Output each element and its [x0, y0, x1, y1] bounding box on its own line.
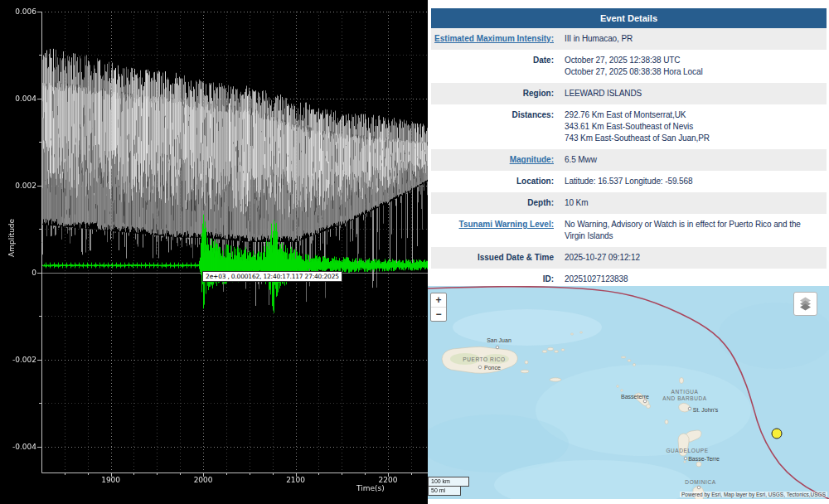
map-label-antigua-2: AND BARBUDA [662, 395, 707, 401]
x-axis-title: Time(s) [356, 484, 385, 492]
event-field-values: 292.76 Km East of Montserrat,UK343.61 Km… [565, 109, 710, 144]
event-field-values: 20251027123838 [565, 274, 628, 285]
city-marker-basseterre [643, 400, 647, 403]
map-canvas[interactable]: San Juan PUERTO RICO Ponce Basseterre AN… [428, 286, 829, 499]
event-field-label: Location: [431, 176, 565, 187]
event-field-value-line: 2025-10-27 09:12:12 [565, 252, 640, 264]
y-tick-label: 0.006 [2, 7, 36, 16]
island-saba [617, 385, 619, 388]
event-field-label: ID: [431, 274, 565, 285]
event-field-value-line: October 27, 2025 08:38:38 Hora Local [565, 66, 703, 78]
map-scale-bar: 100 km 50 mi [428, 477, 469, 496]
map-attribution: Powered by Esri, Map layer by Esri, USGS… [680, 492, 827, 497]
event-details-title: Event Details [431, 8, 827, 28]
map-label-antigua-1: ANTIGUA [671, 389, 698, 395]
seismogram-plot[interactable] [0, 0, 428, 504]
event-field-values: III in Humacao, PR [565, 33, 633, 45]
city-marker-basse-terre [684, 457, 687, 460]
event-detail-row: Tsunami Warning Level:No Warning, Adviso… [431, 214, 827, 247]
event-detail-row: Depth:10 Km [431, 192, 827, 214]
y-tick-label: 0.002 [2, 182, 36, 190]
city-marker-ponce [478, 366, 482, 369]
event-details-panel: Event Details Estimated Maximum Intensit… [431, 8, 827, 290]
event-field-values: 6.5 Mww [565, 154, 597, 166]
city-marker-st-johns [688, 407, 691, 410]
island-st-eustatius [621, 390, 623, 392]
map-label-san-juan: San Juan [487, 337, 511, 343]
event-detail-row: Date:October 27, 2025 12:38:38 UTCOctobe… [431, 50, 827, 83]
event-field-label: Region: [431, 88, 565, 99]
event-field-value-line: LEEWARD ISLANDS [565, 88, 642, 99]
event-field-values: October 27, 2025 12:38:38 UTCOctober 27,… [565, 55, 703, 78]
scale-km-label: 100 km [428, 477, 469, 487]
zoom-in-button[interactable]: + [431, 293, 446, 307]
map-zoom-control: + − [430, 293, 447, 322]
event-field-label: Distances: [431, 109, 565, 121]
event-field-value-line: 743 Km East-Southeast of San Juan,PR [565, 133, 710, 144]
event-detail-row: Magnitude:6.5 Mww [431, 149, 827, 171]
x-tick-label: 2000 [194, 476, 213, 484]
zoom-out-button[interactable]: − [431, 307, 446, 321]
event-field-value-line: 6.5 Mww [565, 154, 597, 166]
island-montserrat [665, 420, 668, 424]
y-tick-label: 0 [2, 269, 36, 277]
island-virgin-2 [548, 347, 554, 351]
seismogram-panel: Amplitude Time(s) 0.0060.0040.0020-0.002… [0, 0, 428, 504]
island-speck [580, 332, 583, 333]
event-field-values: Latitude: 16.537 Longitude: -59.568 [565, 176, 692, 187]
y-tick-label: -0.002 [2, 356, 36, 364]
epicenter-marker[interactable] [772, 429, 782, 439]
map-label-basse-terre: Basse-Terre [688, 456, 720, 462]
event-field-values: 10 Km [565, 197, 588, 209]
event-field-values: 2025-10-27 09:12:12 [565, 252, 640, 264]
event-field-values: LEEWARD ISLANDS [565, 88, 642, 99]
y-tick-label: 0.004 [2, 94, 36, 103]
event-field-label: Depth: [431, 197, 565, 209]
map-label-basseterre: Basseterre [621, 394, 649, 400]
event-field-label: Issued Date & Time [431, 252, 565, 264]
event-field-value-line: III in Humacao, PR [565, 33, 633, 45]
map-panel[interactable]: San Juan PUERTO RICO Ponce Basseterre AN… [428, 286, 829, 499]
island-speck [571, 333, 574, 335]
water-shade [453, 309, 602, 346]
event-field-value-line: October 27, 2025 12:38:38 UTC [565, 55, 703, 66]
scale-mi-label: 50 mi [428, 486, 461, 496]
island-culebra [525, 361, 528, 364]
event-field-value-line: 20251027123838 [565, 274, 628, 285]
island-nevis [647, 405, 651, 409]
island-antigua [679, 403, 691, 412]
event-detail-row: Issued Date & Time2025-10-27 09:12:12 [431, 247, 827, 269]
event-field-value-line: 292.76 Km East of Montserrat,UK [565, 109, 710, 121]
event-detail-row: Region:LEEWARD ISLANDS [431, 83, 827, 104]
map-label-dominica: DOMINICA [685, 479, 715, 485]
event-field-values: No Warning, Advisory or Watch is in effe… [565, 219, 820, 242]
event-field-value-line: 10 Km [565, 197, 588, 209]
event-detail-row: Distances:292.76 Km East of Montserrat,U… [431, 104, 827, 149]
y-axis-title: Amplitude [7, 219, 16, 257]
island-st-barth [633, 364, 636, 366]
event-field-label-link[interactable]: Magnitude: [431, 154, 565, 166]
waveform-tooltip: 2e+03 , 0.000162, 12:40:17.117 27:40:202… [202, 271, 342, 282]
island-st-croix [550, 378, 561, 381]
event-field-value-line: 343.61 Km East-Southeast of Nevis [565, 121, 710, 133]
event-field-label: Date: [431, 55, 565, 66]
event-detail-row: Location:Latitude: 16.537 Longitude: -59… [431, 171, 827, 192]
event-field-label-link[interactable]: Estimated Maximum Intensity: [431, 33, 565, 45]
island-virgin-3 [555, 351, 559, 353]
map-label-ponce: Ponce [484, 365, 501, 371]
island-virgin-1 [542, 351, 547, 353]
island-vieques [521, 370, 529, 373]
event-detail-row: Estimated Maximum Intensity:III in Humac… [431, 28, 827, 50]
map-label-guadeloupe: GUADELOUPE [666, 448, 708, 453]
event-field-label-link[interactable]: Tsunami Warning Level: [431, 219, 565, 230]
city-marker-dominica [697, 486, 701, 489]
island-barbuda [680, 378, 684, 384]
island-anguilla [621, 356, 626, 358]
city-marker-san-juan [496, 346, 499, 349]
x-tick-label: 2200 [379, 476, 398, 484]
island-les-saintes [684, 461, 686, 463]
x-tick-label: 1900 [101, 476, 120, 484]
layers-button[interactable] [793, 292, 817, 316]
map-label-puerto-rico: PUERTO RICO [463, 356, 506, 362]
island-marie-galante [696, 462, 701, 467]
